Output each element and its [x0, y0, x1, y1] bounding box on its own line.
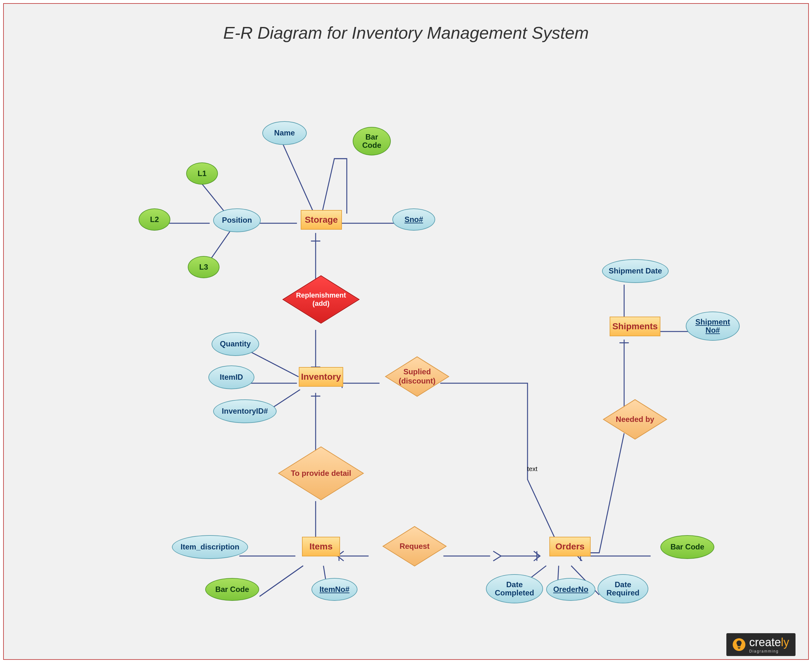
attr-l3[interactable]: L3	[188, 256, 220, 278]
attr-sno[interactable]: Sno#	[392, 209, 435, 231]
attr-barcode-storage[interactable]: Bar Code	[353, 127, 391, 155]
rel-replenishment[interactable]: Replenishment (add)	[304, 282, 338, 317]
svg-line-5	[283, 144, 314, 213]
rel-suplied[interactable]: Suplied (discount)	[403, 362, 431, 391]
attr-name[interactable]: Name	[262, 121, 307, 145]
attr-position[interactable]: Position	[213, 209, 261, 232]
rel-needed-by[interactable]: Needed by	[621, 405, 649, 433]
attr-item-discription[interactable]: Item_discription	[172, 535, 248, 559]
attr-quantity[interactable]: Quantity	[211, 332, 259, 356]
attr-barcode-items[interactable]: Bar Code	[205, 578, 259, 601]
entity-shipments[interactable]: Shipments	[610, 317, 660, 336]
entity-inventory[interactable]: Inventory	[299, 367, 343, 387]
attr-l2[interactable]: L2	[139, 209, 170, 231]
attr-date-completed[interactable]: Date Completed	[486, 574, 543, 603]
rel-to-provide-detail[interactable]: To provide detail	[302, 454, 340, 492]
edge-label-text: text	[527, 466, 537, 473]
svg-line-8	[249, 351, 299, 377]
attr-itemid[interactable]: ItemID	[208, 365, 254, 389]
attr-date-required[interactable]: Date Required	[597, 574, 648, 603]
diagram-canvas: E-R Diagram for Inventory Management Sys…	[16, 16, 796, 647]
rel-request[interactable]: Request	[400, 532, 429, 561]
svg-line-16	[260, 566, 303, 597]
attr-shipment-date[interactable]: Shipment Date	[602, 259, 668, 283]
creately-logo: creately Diagramming	[726, 633, 796, 656]
diagram-title: E-R Diagram for Inventory Management Sys…	[223, 23, 589, 42]
attr-inventoryid[interactable]: InventoryID#	[213, 399, 277, 423]
attr-barcode-orders[interactable]: Bar Code	[660, 535, 714, 559]
attr-shipment-no[interactable]: Shipment No#	[686, 312, 740, 341]
entity-orders[interactable]: Orders	[549, 537, 591, 556]
attr-itemno[interactable]: ItemNo#	[312, 578, 357, 601]
attr-orederno[interactable]: OrederNo	[546, 578, 596, 601]
bulb-icon	[733, 638, 746, 651]
attr-l1[interactable]: L1	[186, 162, 218, 184]
entity-storage[interactable]: Storage	[301, 210, 342, 230]
entity-items[interactable]: Items	[302, 537, 340, 556]
